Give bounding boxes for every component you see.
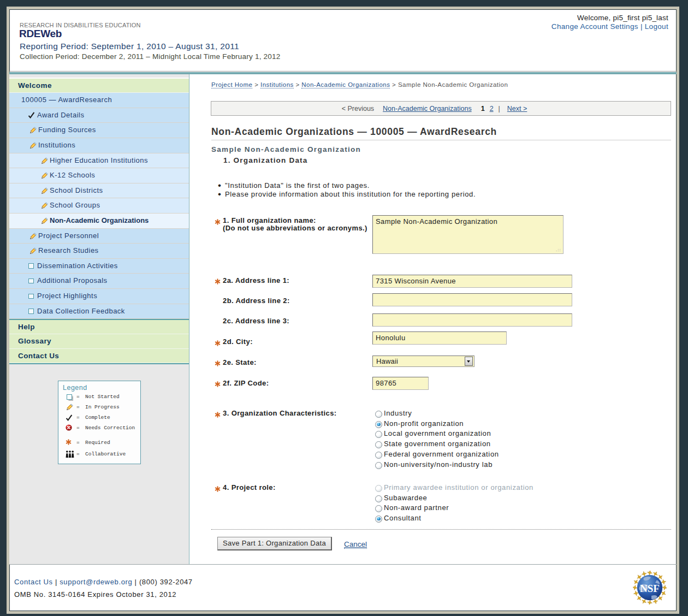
svg-text:NSF: NSF [640,583,660,594]
